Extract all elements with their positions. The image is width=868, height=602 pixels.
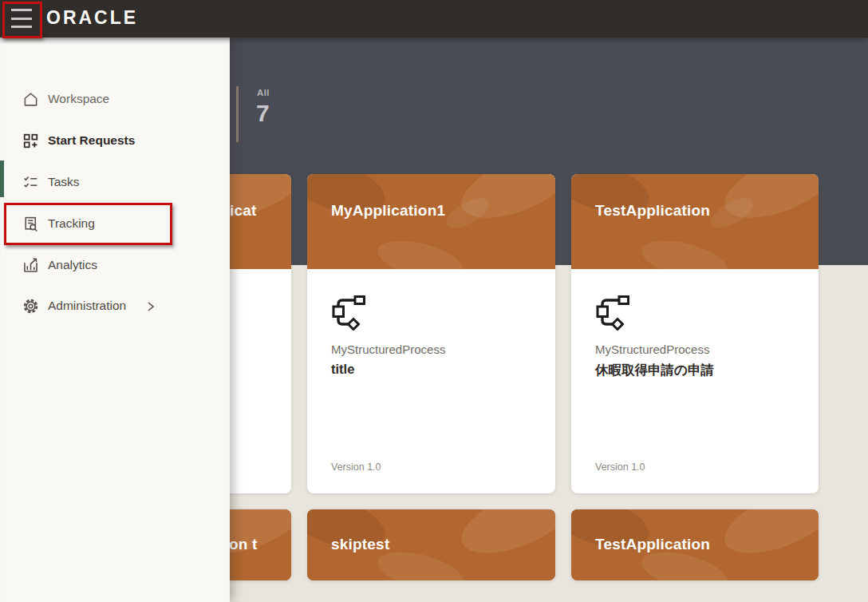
app-card-myapplication1[interactable]: MyApplication1 MyStructuredProcess title… — [307, 174, 555, 493]
card-title: TestApplication — [595, 536, 710, 553]
workflow-process-icon — [331, 294, 368, 331]
card-header: TestApplication — [571, 509, 819, 580]
analytics-chart-icon — [22, 257, 39, 274]
workflow-process-icon — [595, 294, 632, 331]
sidebar-item-label: Start Requests — [48, 133, 135, 148]
sidebar-item-label: Administration — [48, 299, 126, 313]
process-title[interactable]: 休暇取得申請の申請 — [595, 362, 714, 379]
hamburger-icon — [11, 9, 32, 11]
filter-all-count: 7 — [256, 100, 270, 127]
app-card-skiptest[interactable]: skiptest — [307, 509, 555, 580]
gear-icon — [22, 298, 39, 315]
card-title: TestApplication — [595, 202, 710, 220]
sidebar-item-label: Workspace — [48, 92, 109, 106]
card-header: MyApplication1 — [307, 174, 555, 269]
filter-all-tab[interactable]: All 7 — [236, 86, 332, 142]
sidebar-item-label: Analytics — [48, 258, 97, 272]
card-header: skiptest — [307, 509, 555, 580]
process-name: MyStructuredProcess — [595, 343, 709, 356]
filter-all-label: All — [257, 88, 270, 97]
card-header-pattern — [307, 174, 555, 269]
sidebar-item-workspace[interactable]: Workspace — [0, 79, 230, 121]
card-title: skiptest — [331, 536, 389, 553]
sidebar-item-analytics[interactable]: Analytics — [0, 245, 230, 287]
card-title: on t — [229, 536, 258, 553]
filter-accent-bar — [236, 86, 239, 142]
checklist-icon — [22, 174, 39, 191]
card-version: Version 1.0 — [595, 461, 645, 473]
app-card-testapplication[interactable]: TestApplication MyStructuredProcess 休暇取得… — [571, 174, 819, 493]
grid-plus-icon — [22, 133, 39, 149]
process-name: MyStructuredProcess — [331, 343, 445, 356]
card-version: Version 1.0 — [331, 461, 381, 473]
oracle-logo: ORACLE — [46, 7, 138, 29]
sidebar-item-start-requests[interactable]: Start Requests — [0, 121, 230, 162]
sidebar-item-tracking[interactable]: Tracking — [0, 204, 230, 245]
card-header: TestApplication — [571, 174, 819, 269]
sidebar-item-label: Tasks — [48, 175, 80, 189]
navigation-drawer: Workspace Start Requests — [0, 38, 230, 602]
top-bar: ORACLE — [0, 0, 868, 38]
app-card-testapplication-2[interactable]: TestApplication — [571, 509, 819, 580]
card-title: icat — [230, 202, 257, 220]
hamburger-menu-button[interactable] — [11, 9, 34, 28]
sidebar-item-label: Tracking — [48, 216, 95, 231]
process-title[interactable]: title — [331, 362, 354, 377]
card-header-pattern — [571, 174, 819, 269]
sidebar-item-administration[interactable]: Administration — [0, 286, 230, 327]
app-root: All 7 icat MyApplication1 MyStructuredPr… — [0, 0, 868, 602]
document-search-icon — [22, 216, 39, 232]
home-icon — [22, 91, 39, 108]
card-title: MyApplication1 — [331, 202, 445, 220]
sidebar-item-tasks[interactable]: Tasks — [0, 162, 230, 204]
chevron-right-icon — [147, 301, 156, 312]
